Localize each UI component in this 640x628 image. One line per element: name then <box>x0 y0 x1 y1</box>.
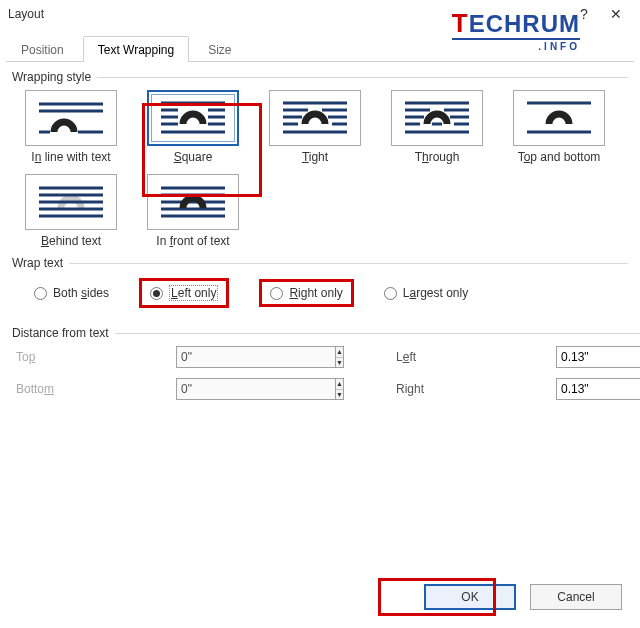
wrapping-style-label: Wrapping style <box>12 70 91 84</box>
dist-right-label: Right <box>396 382 456 396</box>
dist-bottom-label: Bottom <box>16 382 76 396</box>
radio-largest-only[interactable]: Largest only <box>384 286 468 300</box>
dist-top-label: Top <box>16 350 76 364</box>
radio-icon <box>384 287 397 300</box>
style-behind[interactable]: Behind text <box>16 174 126 248</box>
dist-right-spin[interactable]: ▲▼ <box>556 378 640 400</box>
radio-right-only[interactable]: Right only <box>259 279 353 307</box>
tab-position[interactable]: Position <box>6 36 79 62</box>
chevron-up-icon[interactable]: ▲ <box>336 347 343 357</box>
wrap-text-radios: Both sides Left only Right only Largest … <box>34 278 628 308</box>
style-tight[interactable]: Tight <box>260 90 370 164</box>
distance-label: Distance from text <box>12 326 109 340</box>
radio-icon <box>270 287 283 300</box>
dist-left-input[interactable] <box>556 346 640 368</box>
close-icon[interactable]: ✕ <box>600 6 632 22</box>
watermark-brand: TECHRUM .INFO <box>452 10 580 52</box>
style-inline[interactable]: In line with text <box>16 90 126 164</box>
cancel-button[interactable]: Cancel <box>530 584 622 610</box>
dist-bottom-spin[interactable]: ▲▼ <box>176 378 286 400</box>
wrap-text-group: Wrap text Both sides Left only Right onl… <box>12 256 628 318</box>
radio-icon <box>34 287 47 300</box>
wrapping-style-group: Wrapping style In line with text <box>12 70 628 248</box>
distance-group: Distance from text Top ▲▼ Left ▲▼ Bottom… <box>12 326 640 400</box>
chevron-down-icon[interactable]: ▼ <box>336 389 343 400</box>
chevron-down-icon[interactable]: ▼ <box>336 357 343 368</box>
dist-right-input[interactable] <box>556 378 640 400</box>
chevron-up-icon[interactable]: ▲ <box>336 379 343 389</box>
wrap-text-label: Wrap text <box>12 256 63 270</box>
dialog-buttons: OK Cancel <box>424 584 622 610</box>
style-infront[interactable]: In front of text <box>138 174 248 248</box>
wrapping-style-options: In line with text Squar <box>16 90 628 248</box>
radio-icon <box>150 287 163 300</box>
dist-bottom-input[interactable] <box>176 378 336 400</box>
style-through[interactable]: Through <box>382 90 492 164</box>
dist-top-input[interactable] <box>176 346 336 368</box>
tab-text-wrapping[interactable]: Text Wrapping <box>83 36 189 62</box>
dist-left-label: Left <box>396 350 456 364</box>
tab-size[interactable]: Size <box>193 36 246 62</box>
style-top-bottom[interactable]: Top and bottom <box>504 90 614 164</box>
ok-button[interactable]: OK <box>424 584 516 610</box>
dist-left-spin[interactable]: ▲▼ <box>556 346 640 368</box>
layout-dialog: Layout ? ✕ TECHRUM .INFO Position Text W… <box>0 0 640 628</box>
dist-top-spin[interactable]: ▲▼ <box>176 346 286 368</box>
radio-both-sides[interactable]: Both sides <box>34 286 109 300</box>
dialog-content: Wrapping style In line with text <box>0 62 640 400</box>
radio-left-only[interactable]: Left only <box>139 278 229 308</box>
style-square[interactable]: Square <box>138 90 248 164</box>
